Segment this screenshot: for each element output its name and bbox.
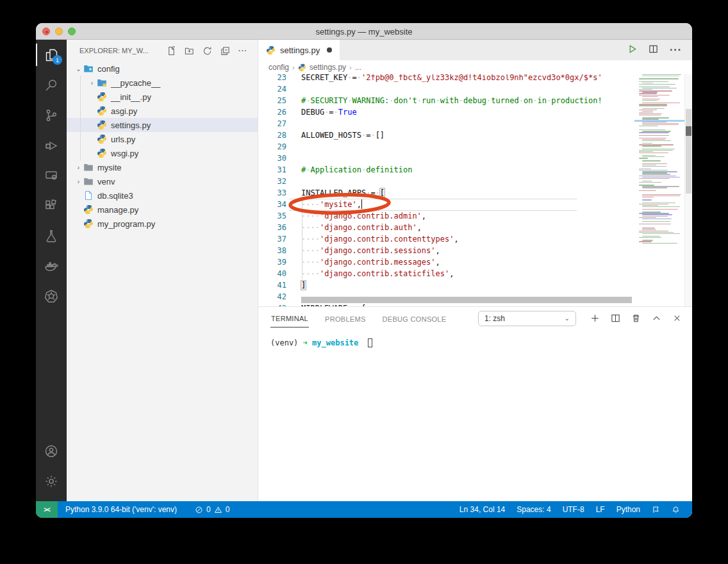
collapse-folders-icon[interactable] xyxy=(220,46,230,56)
indentation-status[interactable]: Spaces: 4 xyxy=(511,505,556,514)
source-control-icon[interactable] xyxy=(36,100,67,130)
explorer-title: EXPLORER: MY_W... xyxy=(79,47,149,54)
tree-item-venv[interactable]: ›venv xyxy=(67,174,258,188)
code-line-37[interactable]: 37····'django.contrib.contenttypes', xyxy=(258,233,634,245)
code-line-38[interactable]: 38····'django.contrib.sessions', xyxy=(258,245,634,256)
encoding-status[interactable]: UTF-8 xyxy=(557,505,590,514)
extensions-icon[interactable] xyxy=(36,190,67,220)
chevron-right-icon[interactable]: › xyxy=(74,178,83,185)
kubernetes-icon[interactable] xyxy=(36,281,67,311)
code-line-33[interactable]: 33INSTALLED_APPS·=·[ xyxy=(258,187,634,199)
tab-settings-py[interactable]: settings.py xyxy=(258,40,340,60)
new-folder-icon[interactable] xyxy=(185,46,194,56)
breadcrumb-item[interactable]: settings.py xyxy=(310,63,346,72)
line-number: 31 xyxy=(258,164,286,176)
code-line-41[interactable]: 41] xyxy=(258,279,634,291)
explorer-icon[interactable]: 1 xyxy=(36,40,67,70)
code-line-27[interactable]: 27 xyxy=(258,118,634,129)
remote-explorer-icon[interactable] xyxy=(36,160,67,190)
explorer-actions: ··· xyxy=(167,46,247,56)
python-interpreter-status[interactable]: Python 3.9.0 64-bit ('venv': venv) xyxy=(58,501,183,518)
remote-indicator[interactable]: >< xyxy=(36,501,58,518)
editor-group: settings.py ··· config›settings.py›... 2… xyxy=(258,40,692,501)
settings-gear-icon[interactable] xyxy=(36,466,67,496)
code-line-26[interactable]: 26DEBUG·=·True xyxy=(258,106,634,118)
feedback-icon[interactable] xyxy=(646,506,666,514)
problems-status[interactable]: 0 0 xyxy=(189,501,235,518)
code-line-23[interactable]: 23SECRET_KEY·=·'2fpb@0_fbct&_ylz33kz@d!t… xyxy=(258,74,634,83)
terminal-output[interactable]: (venv) ➜ my_website xyxy=(258,329,692,347)
tree-item--init-py[interactable]: __init__.py xyxy=(67,90,258,104)
code-line-35[interactable]: 35····'django.contrib.admin', xyxy=(258,210,634,222)
code-line-39[interactable]: 39····'django.contrib.messages', xyxy=(258,256,634,268)
tree-item-config[interactable]: ⌄config xyxy=(67,62,258,76)
close-panel-icon[interactable] xyxy=(672,313,682,323)
line-content xyxy=(286,153,301,164)
tree-item-my-program-py[interactable]: my_program.py xyxy=(67,217,258,231)
eol-status[interactable]: LF xyxy=(590,505,611,514)
chevron-right-icon[interactable]: › xyxy=(87,79,97,87)
breadcrumb-item[interactable]: config xyxy=(269,63,289,72)
code-editor[interactable]: 23SECRET_KEY·=·'2fpb@0_fbct&_ylz33kz@d!t… xyxy=(258,74,692,306)
chevron-down-icon[interactable]: ⌄ xyxy=(74,65,83,72)
language-status[interactable]: Python xyxy=(611,505,646,514)
tree-item-wsgi-py[interactable]: wsgi.py xyxy=(67,146,258,160)
run-debug-icon[interactable] xyxy=(36,130,67,160)
more-actions-icon[interactable]: ··· xyxy=(238,47,247,54)
refresh-icon[interactable] xyxy=(203,46,212,56)
minimap[interactable] xyxy=(634,74,684,306)
editor-more-actions-icon[interactable]: ··· xyxy=(670,44,682,56)
code-line-29[interactable]: 29 xyxy=(258,141,634,153)
tree-item-mysite[interactable]: ›mysite xyxy=(67,160,258,174)
cursor-position-status[interactable]: Ln 34, Col 14 xyxy=(454,505,511,514)
code-line-36[interactable]: 36····'django.contrib.auth', xyxy=(258,222,634,233)
tree-item--pycache-[interactable]: ›__pycache__ xyxy=(67,76,258,90)
minimap-line xyxy=(642,221,670,222)
docker-icon[interactable] xyxy=(36,251,67,281)
terminal-shell-select[interactable]: 1: zsh ⌄ xyxy=(478,311,576,326)
unsaved-changes-dot[interactable] xyxy=(327,47,332,53)
horizontal-scrollbar[interactable] xyxy=(301,297,632,303)
kill-terminal-icon[interactable] xyxy=(631,313,641,323)
split-editor-icon[interactable] xyxy=(649,44,658,56)
tree-item-label: my_program.py xyxy=(97,219,155,229)
account-icon[interactable] xyxy=(36,436,67,466)
code-line-40[interactable]: 40····'django.contrib.staticfiles', xyxy=(258,268,634,279)
code-line-32[interactable]: 32 xyxy=(258,176,634,187)
new-file-icon[interactable] xyxy=(167,46,176,56)
vertical-scrollbar-thumb[interactable] xyxy=(686,109,691,194)
minimap-line xyxy=(639,135,669,136)
tree-item-urls-py[interactable]: urls.py xyxy=(67,132,258,146)
chevron-right-icon[interactable]: › xyxy=(74,164,83,171)
vertical-scrollbar[interactable] xyxy=(684,74,692,306)
split-terminal-icon[interactable] xyxy=(611,313,620,323)
test-icon[interactable] xyxy=(36,220,67,251)
text-cursor xyxy=(361,199,363,209)
tree-item-manage-py[interactable]: manage.py xyxy=(67,203,258,217)
search-icon[interactable] xyxy=(36,70,67,100)
horizontal-scrollbar-thumb[interactable] xyxy=(301,297,632,303)
code-line-28[interactable]: 28ALLOWED_HOSTS·=·[] xyxy=(258,129,634,141)
run-python-file-icon[interactable] xyxy=(627,44,637,56)
tree-item-label: __pycache__ xyxy=(111,78,160,88)
line-content xyxy=(286,83,301,95)
tab-terminal[interactable]: TERMINAL xyxy=(270,309,309,328)
minimap-line xyxy=(639,105,667,106)
notifications-bell-icon[interactable] xyxy=(666,506,686,514)
new-terminal-icon[interactable] xyxy=(590,313,600,323)
code-line-30[interactable]: 30 xyxy=(258,153,634,164)
code-line-25[interactable]: 25#·SECURITY·WARNING:·don't·run·with·deb… xyxy=(258,95,634,106)
code-line-34[interactable]: 34····'mysite', xyxy=(258,199,634,210)
tab-problems[interactable]: PROBLEMS xyxy=(324,310,367,328)
tree-item-settings-py[interactable]: settings.py xyxy=(67,118,258,132)
minimap-line xyxy=(642,99,660,99)
tree-item-db-sqlite3[interactable]: db.sqlite3 xyxy=(67,188,258,203)
tab-debug-console[interactable]: DEBUG CONSOLE xyxy=(382,310,447,328)
tree-item-asgi-py[interactable]: asgi.py xyxy=(67,104,258,118)
code-line-31[interactable]: 31#·Application·definition xyxy=(258,164,634,176)
breadcrumb-item[interactable]: ... xyxy=(355,63,361,72)
code-line-24[interactable]: 24 xyxy=(258,83,634,95)
minimap-line xyxy=(639,204,668,204)
minimap-line xyxy=(642,100,658,101)
maximize-panel-icon[interactable] xyxy=(652,313,661,323)
